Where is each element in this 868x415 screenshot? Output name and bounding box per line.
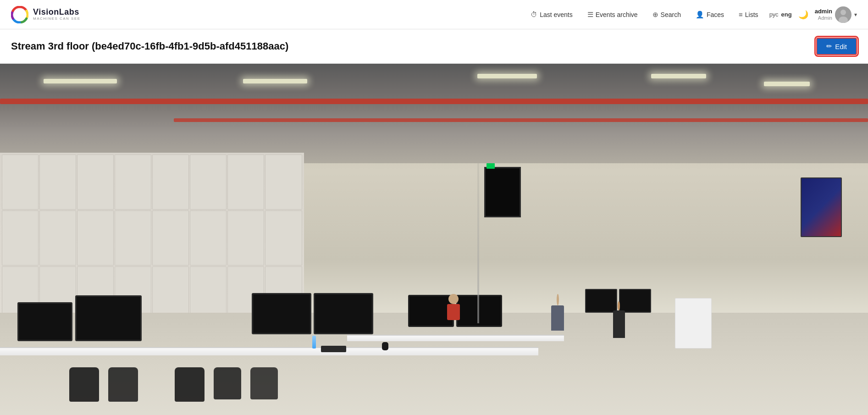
desk-middle-left: [252, 293, 373, 334]
red-pipe-1: [0, 99, 868, 104]
monitor-left-large: [75, 295, 142, 341]
water-bottle: [312, 336, 316, 349]
keyboard: [321, 346, 346, 352]
locker-cell: [115, 155, 151, 210]
nav-lists[interactable]: ≡ Lists: [733, 8, 764, 21]
lang-switcher: рус eng: [769, 11, 792, 18]
stream-container: [0, 64, 868, 415]
right-wall-display: [801, 177, 842, 237]
user-menu-chevron-icon: ▾: [854, 11, 857, 18]
logo-tagline: MACHINES CAN SEE: [33, 17, 81, 21]
nav-last-events-label: Last events: [540, 11, 573, 18]
monitor-mid-left-1: [252, 293, 311, 334]
locker-cell: [39, 155, 76, 210]
locker-cell: [115, 210, 151, 266]
logo-name: VisionLabs: [33, 8, 81, 17]
office-scene: [0, 64, 868, 415]
logo-icon: [11, 6, 28, 23]
locker-cell: [39, 210, 76, 266]
locker-cell: [77, 210, 114, 266]
nav-search[interactable]: ⊕ Search: [647, 8, 686, 22]
ceiling-light-1: [44, 79, 117, 83]
logo[interactable]: VisionLabs MACHINES CAN SEE: [11, 6, 81, 23]
user-area[interactable]: admin Admin ▾: [815, 6, 857, 23]
lists-icon: ≡: [739, 11, 743, 18]
locker-cell: [227, 210, 264, 266]
partition-divider: [477, 163, 479, 323]
locker-cell: [265, 210, 302, 266]
lang-eng[interactable]: eng: [781, 11, 792, 18]
person-2: [613, 301, 625, 338]
monitor-right-1: [585, 289, 617, 313]
locker-cell: [2, 210, 39, 266]
nav-search-label: Search: [661, 11, 681, 18]
user-role: Admin: [815, 15, 832, 21]
edit-button[interactable]: ✏ Edit: [816, 38, 857, 55]
faces-icon: 👤: [696, 11, 704, 19]
locker-cell: [190, 155, 227, 210]
nav-faces-label: Faces: [707, 11, 724, 18]
user-name: admin: [815, 8, 832, 15]
nav-faces[interactable]: 👤 Faces: [690, 8, 730, 22]
locker-cell: [152, 155, 189, 210]
archive-icon: ☰: [587, 11, 593, 19]
lang-rus[interactable]: рус: [769, 11, 779, 18]
navbar: VisionLabs MACHINES CAN SEE ⏱ Last event…: [0, 0, 868, 29]
mouse: [382, 342, 388, 350]
nav-last-events[interactable]: ⏱ Last events: [525, 8, 578, 21]
locker-cell: [77, 155, 114, 210]
chair-4: [214, 367, 241, 399]
exit-sign: [487, 163, 495, 169]
monitor-mid-left-2: [314, 293, 373, 334]
page-title: Stream 3rd floor (be4ed70c-16fb-4fb1-9d5…: [11, 40, 288, 52]
dark-mode-button[interactable]: 🌙: [796, 8, 810, 22]
large-display: [484, 167, 521, 217]
locker-cell: [2, 155, 39, 210]
ceiling-light-2: [243, 79, 307, 83]
nav-events-archive-label: Events archive: [596, 11, 638, 18]
clock-icon: ⏱: [531, 11, 537, 18]
edit-icon: ✏: [826, 42, 832, 50]
nav-lists-label: Lists: [745, 11, 758, 18]
avatar-icon: [835, 6, 851, 23]
desk-left: [17, 295, 142, 341]
ceiling-light-3: [477, 74, 537, 78]
avatar: [835, 6, 851, 23]
search-globe-icon: ⊕: [652, 11, 658, 19]
ceiling-light-4: [651, 74, 706, 78]
chair-1: [69, 367, 99, 402]
desk-surface-left: [0, 347, 538, 355]
locker-cell: [227, 155, 264, 210]
red-pipe-2: [174, 118, 868, 122]
person-1: [551, 294, 564, 331]
chair-2: [108, 367, 138, 402]
nav-events-archive[interactable]: ☰ Events archive: [582, 8, 643, 22]
nav-right: рус eng 🌙 admin Admin ▾: [769, 6, 857, 23]
chair-5: [250, 367, 278, 399]
nav-links: ⏱ Last events ☰ Events archive ⊕ Search …: [525, 8, 763, 22]
white-cabinet: [675, 298, 712, 349]
svg-point-2: [840, 10, 846, 15]
locker-cell: [265, 155, 302, 210]
ceiling-light-5: [764, 82, 810, 86]
edit-button-label: Edit: [835, 43, 847, 50]
locker-cell: [190, 210, 227, 266]
ceiling-area: [0, 64, 868, 163]
chair-3: [175, 367, 205, 402]
desk-surface-mid: [347, 335, 564, 341]
person-3: [447, 294, 460, 320]
locker-cell: [152, 210, 189, 266]
monitor-far-left: [17, 302, 72, 341]
page-header: Stream 3rd floor (be4ed70c-16fb-4fb1-9d5…: [0, 29, 868, 64]
chairs-row: [69, 367, 278, 402]
